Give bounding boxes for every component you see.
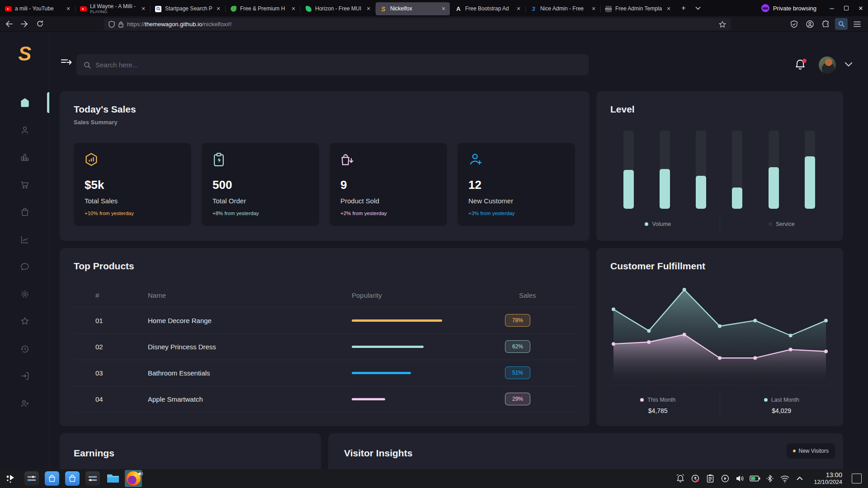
tab-close-icon[interactable]: ✕ xyxy=(65,5,72,13)
column-header-sales: Sales xyxy=(519,291,536,299)
browser-tab-8[interactable]: 3Nice Admin - Free✕ xyxy=(526,2,600,15)
user-avatar[interactable] xyxy=(819,56,836,74)
stat-label: New Customer xyxy=(468,197,513,205)
account-icon[interactable] xyxy=(803,18,816,30)
tab-title: Horizon - Free MUI xyxy=(315,6,365,12)
forward-button[interactable] xyxy=(18,18,31,30)
menu-hamburger-icon[interactable] xyxy=(851,18,863,30)
tray-notifications-icon[interactable] xyxy=(675,473,686,484)
search-input[interactable] xyxy=(95,61,581,69)
sidebar-item-sign-in[interactable] xyxy=(19,370,31,382)
column-header-popularity: Popularity xyxy=(352,291,382,299)
shield-permissions-icon[interactable] xyxy=(788,18,800,30)
sidebar-item-settings[interactable] xyxy=(19,288,31,300)
todays-sales-card: Today's Sales Sales Summary $5kTotal Sal… xyxy=(60,91,590,241)
tray-clipboard-icon[interactable] xyxy=(705,473,716,484)
taskbar-clock[interactable]: 13:00 12/10/2024 xyxy=(814,471,842,486)
tray-expand-chevron-icon[interactable] xyxy=(794,473,805,484)
tab-close-icon[interactable]: ✕ xyxy=(365,5,372,13)
letter-a-favicon: A xyxy=(455,5,462,13)
browser-tab-7[interactable]: AFree Bootstrap Ad✕ xyxy=(451,2,525,15)
browser-tab-9[interactable]: HTCOFree Admin Templa✕ xyxy=(601,2,675,15)
back-button[interactable] xyxy=(3,18,15,30)
browser-tab-3[interactable]: Startpage Search P✕ xyxy=(151,2,225,15)
tab-list-dropdown[interactable] xyxy=(692,2,704,14)
product-name: Bathroom Essentials xyxy=(148,369,210,377)
audio-playing-icon xyxy=(138,470,143,478)
settings-sliders-icon[interactable] xyxy=(23,470,40,487)
tab-close-icon[interactable]: ✕ xyxy=(140,5,147,13)
sidebar-item-home[interactable] xyxy=(19,96,31,109)
sidebar-item-cart[interactable] xyxy=(19,178,31,191)
new-visitors-badge[interactable]: New Visitors xyxy=(787,443,835,459)
level-bar-2 xyxy=(660,131,670,209)
system-settings-icon[interactable] xyxy=(84,470,101,487)
bookmark-star-icon[interactable] xyxy=(719,21,726,28)
file-manager-icon[interactable] xyxy=(104,470,122,487)
tracking-shield-icon xyxy=(108,21,115,28)
sidebar-item-add-user[interactable] xyxy=(19,397,31,410)
extensions-puzzle-icon[interactable] xyxy=(819,18,832,30)
nickelfox-favicon: S xyxy=(380,5,387,13)
top-products-card: Top Products #NamePopularitySales01Home … xyxy=(60,248,590,426)
sidebar-item-contacts[interactable] xyxy=(19,124,31,136)
sidebar-item-analytics[interactable] xyxy=(19,151,31,164)
visitor-insights-card: Visitor Insights New Visitors xyxy=(328,433,843,469)
level-bar-volume xyxy=(623,170,634,209)
popularity-bar xyxy=(352,398,385,400)
nickelfox-logo[interactable]: S xyxy=(0,42,50,65)
tab-close-icon[interactable]: ✕ xyxy=(590,5,597,13)
sidebar-collapse-icon[interactable] xyxy=(61,58,73,69)
level-card: Level VolumeService xyxy=(596,91,843,241)
discover-store-icon-2[interactable] xyxy=(64,470,81,487)
sidebar-item-reports[interactable] xyxy=(19,233,31,246)
tray-updates-icon[interactable] xyxy=(690,473,701,484)
tray-battery-icon[interactable] xyxy=(750,473,760,484)
tab-audio-status: PLAYING xyxy=(90,9,140,14)
customer-fulfillment-title: Customer Fulfillment xyxy=(610,261,829,272)
tray-media-player-icon[interactable] xyxy=(720,473,731,484)
tab-title: Free & Premium H xyxy=(240,6,290,12)
column-header-name: Name xyxy=(148,291,166,299)
sales-summary-subtitle: Sales Summary xyxy=(74,119,576,126)
window-minimize-button[interactable]: ─ xyxy=(825,1,839,15)
sidebar-item-orders[interactable] xyxy=(19,206,31,218)
tab-close-icon[interactable]: ✕ xyxy=(215,5,222,13)
legend-item-service: Service xyxy=(769,221,795,227)
tab-close-icon[interactable]: ✕ xyxy=(290,5,297,13)
sidebar-item-favorites[interactable] xyxy=(19,315,31,328)
browser-tab-2[interactable]: Lil Wayne - A Milli -PLAYING✕ xyxy=(75,2,150,15)
tray-bluetooth-icon[interactable] xyxy=(764,473,775,484)
sidebar-item-chat[interactable] xyxy=(19,260,31,273)
reload-button[interactable] xyxy=(33,18,46,30)
product-name: Home Decore Range xyxy=(148,317,212,324)
stat-delta: +8% from yesterday xyxy=(212,211,259,216)
tray-volume-icon[interactable] xyxy=(735,473,745,484)
profile-chevron-down-icon[interactable] xyxy=(844,61,854,69)
window-close-button[interactable]: ✕ xyxy=(854,1,868,15)
notifications-bell-icon[interactable] xyxy=(795,59,807,71)
tab-close-icon[interactable]: ✕ xyxy=(515,5,522,13)
legend-item-last-month: Last Month xyxy=(764,397,799,403)
tab-close-icon[interactable]: ✕ xyxy=(440,5,447,13)
tray-wifi-icon[interactable] xyxy=(779,473,790,484)
new-tab-button[interactable]: + xyxy=(677,2,690,14)
firefox-taskbar-icon[interactable] xyxy=(125,470,142,487)
legend-dot xyxy=(640,398,644,402)
browser-tab-6[interactable]: SNickelfox✕ xyxy=(376,2,450,15)
url-bar[interactable]: https://themewagon.github.io/nickelfox#! xyxy=(104,18,731,30)
sidebar-item-history[interactable] xyxy=(19,343,31,355)
tab-close-icon[interactable]: ✕ xyxy=(665,5,672,13)
browser-tab-1[interactable]: a mili - YouTube✕ xyxy=(0,2,75,15)
chevron-down-icon xyxy=(695,6,701,10)
search-extension-icon[interactable] xyxy=(835,18,848,30)
show-desktop-button[interactable] xyxy=(852,474,862,483)
tab-title: Lil Wayne - A Milli - xyxy=(90,4,140,9)
stat-delta: +10% from yesterday xyxy=(85,211,134,216)
product-rank: 04 xyxy=(95,395,103,403)
window-maximize-button[interactable] xyxy=(839,1,854,15)
app-launcher-icon[interactable] xyxy=(3,470,20,487)
browser-tab-5[interactable]: Horizon - Free MUI✕ xyxy=(301,2,375,15)
browser-tab-4[interactable]: Free & Premium H✕ xyxy=(226,2,300,15)
discover-store-icon[interactable] xyxy=(43,470,61,487)
